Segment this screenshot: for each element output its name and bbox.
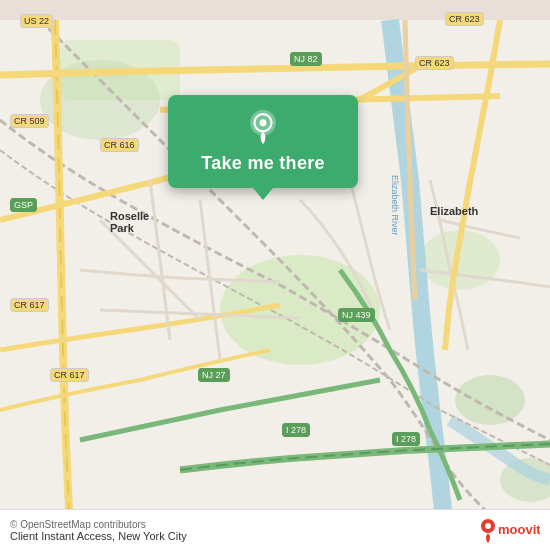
route-cr617-1: CR 617 xyxy=(10,298,49,312)
svg-text:moovit: moovit xyxy=(498,522,540,537)
route-gsp: GSP xyxy=(10,198,37,212)
moovit-logo: moovit xyxy=(480,516,540,544)
route-cr617-2: CR 617 xyxy=(50,368,89,382)
map-svg xyxy=(0,0,550,550)
route-i278-1: I 278 xyxy=(282,423,310,437)
copyright-text: © OpenStreetMap contributors xyxy=(10,519,187,530)
take-me-there-button[interactable]: Take me there xyxy=(201,153,325,174)
place-roselle-park: RosellePark xyxy=(110,210,149,234)
route-cr509: CR 509 xyxy=(10,114,49,128)
bottom-bar-right: moovit xyxy=(480,516,540,544)
map-container: US 22 CR 623 CR 623 NJ 82 CR 509 CR 616 … xyxy=(0,0,550,550)
svg-point-9 xyxy=(260,119,267,126)
svg-point-11 xyxy=(485,523,491,529)
route-cr623-1: CR 623 xyxy=(445,12,484,26)
route-nj27: NJ 27 xyxy=(198,368,230,382)
bottom-bar-left: © OpenStreetMap contributors Client Inst… xyxy=(10,519,187,542)
route-i278-2: I 278 xyxy=(392,432,420,446)
route-us22: US 22 xyxy=(20,14,53,28)
route-cr623-2: CR 623 xyxy=(415,56,454,70)
route-nj439: NJ 439 xyxy=(338,308,375,322)
popup-card: Take me there xyxy=(168,95,358,188)
location-pin-icon xyxy=(245,109,281,145)
place-elizabeth: Elizabeth xyxy=(430,205,478,217)
svg-point-3 xyxy=(455,375,525,425)
bottom-bar: © OpenStreetMap contributors Client Inst… xyxy=(0,509,550,550)
route-nj82: NJ 82 xyxy=(290,52,322,66)
elizabeth-river-label: Elizabeth River xyxy=(390,175,400,236)
route-cr616: CR 616 xyxy=(100,138,139,152)
app-name-label: Client Instant Access, New York City xyxy=(10,530,187,542)
